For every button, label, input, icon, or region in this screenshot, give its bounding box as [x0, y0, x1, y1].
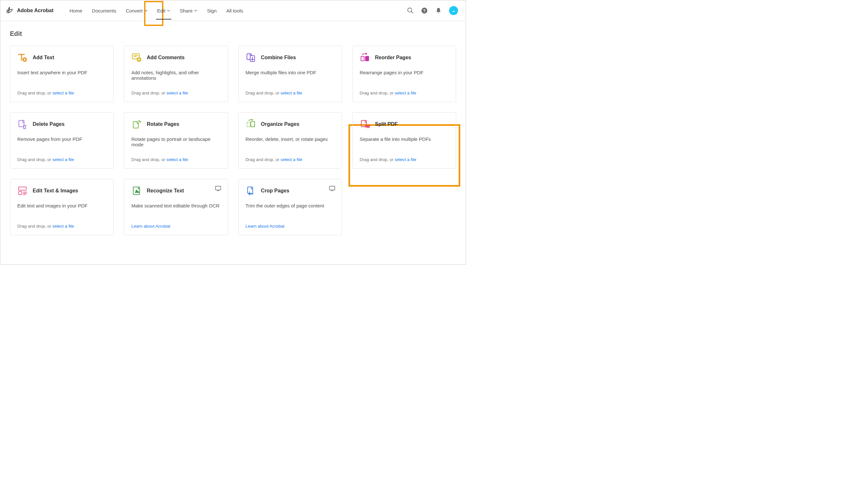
organize-pages-icon — [246, 119, 256, 129]
select-file-link[interactable]: select a file — [395, 157, 416, 162]
svg-point-0 — [408, 8, 412, 12]
card-desc: Trim the outer edges of page content — [246, 203, 335, 218]
card-title: Reorder Pages — [375, 55, 411, 61]
svg-rect-12 — [247, 122, 250, 127]
app-header: Adobe Acrobat Home Documents Convert Edi… — [0, 0, 466, 21]
svg-rect-19 — [215, 186, 221, 190]
card-title: Edit Text & Images — [33, 188, 78, 194]
card-desc: Edit text and images in your PDF — [17, 203, 106, 218]
card-split-pdf[interactable]: Split PDF Separate a file into multiple … — [352, 112, 456, 169]
svg-rect-11 — [133, 122, 139, 128]
nav-label: Share — [180, 8, 192, 14]
chevron-down-icon — [167, 9, 170, 12]
learn-link[interactable]: Learn about Acrobat — [131, 224, 170, 229]
svg-rect-9 — [365, 56, 369, 61]
nav-home[interactable]: Home — [66, 0, 86, 21]
svg-rect-24 — [248, 187, 253, 193]
split-pdf-icon — [360, 119, 370, 129]
page-title: Edit — [10, 30, 456, 38]
search-icon[interactable] — [407, 7, 414, 14]
desktop-icon — [215, 186, 221, 191]
card-add-text[interactable]: Add Text Insert text anywhere in your PD… — [10, 46, 114, 102]
select-file-link[interactable]: select a file — [280, 91, 302, 95]
learn-link[interactable]: Learn about Acrobat — [246, 224, 285, 229]
card-title: Rotate Pages — [147, 121, 179, 127]
card-title: Organize Pages — [261, 121, 299, 127]
select-file-link[interactable]: select a file — [52, 157, 74, 162]
tools-grid: Add Text Insert text anywhere in your PD… — [10, 46, 456, 235]
card-title: Add Text — [33, 55, 54, 61]
acrobat-logo-icon — [5, 6, 14, 15]
card-desc: Reorder, delete, insert, or rotate pages — [246, 136, 335, 151]
card-combine-files[interactable]: Combine Files Merge multiple files into … — [238, 46, 342, 102]
select-file-link[interactable]: select a file — [52, 91, 74, 95]
svg-rect-23 — [329, 186, 335, 190]
card-desc: Separate a file into multiple PDFs — [360, 136, 449, 151]
help-icon[interactable]: ? — [421, 7, 428, 14]
card-reorder-pages[interactable]: Reorder Pages Rearrange pages in your PD… — [352, 46, 456, 102]
chevron-down-icon — [194, 9, 197, 12]
card-add-comments[interactable]: Add Comments Add notes, highlights, and … — [124, 46, 228, 102]
card-desc: Merge multiple files into one PDF — [246, 70, 335, 85]
card-footer: Drag and drop, or select a file — [246, 91, 335, 95]
add-comments-icon — [131, 52, 142, 63]
card-footer: Drag and drop, or select a file — [131, 157, 220, 162]
card-rotate-pages[interactable]: Rotate Pages Rotate pages to portrait or… — [124, 112, 228, 169]
card-footer: Drag and drop, or select a file — [360, 157, 449, 162]
chevron-down-icon — [145, 9, 148, 12]
card-desc: Insert text anywhere in your PDF — [17, 70, 106, 85]
nav-label: Convert — [126, 8, 143, 14]
nav-all-tools[interactable]: All tools — [222, 0, 247, 21]
header-actions: ? — [407, 6, 458, 15]
card-desc: Make scanned text editable through OCR — [131, 203, 220, 218]
card-delete-pages[interactable]: Delete Pages Remove pages from your PDF … — [10, 112, 114, 169]
nav-documents[interactable]: Documents — [88, 0, 120, 21]
add-text-icon — [17, 52, 27, 63]
card-title: Recognize Text — [147, 188, 184, 194]
card-organize-pages[interactable]: Organize Pages Reorder, delete, insert, … — [238, 112, 342, 169]
nav-label: Edit — [157, 8, 166, 14]
card-footer: Drag and drop, or select a file — [131, 91, 220, 95]
rotate-pages-icon — [131, 119, 142, 129]
crop-pages-icon — [246, 186, 256, 196]
nav-label: Sign — [207, 8, 216, 14]
card-crop-pages[interactable]: Crop Pages Trim the outer edges of page … — [238, 179, 342, 235]
edit-text-images-icon — [17, 186, 27, 196]
nav-label: Home — [69, 8, 82, 14]
combine-files-icon — [246, 52, 256, 63]
card-desc: Rotate pages to portrait or landscape mo… — [131, 136, 220, 151]
svg-rect-13 — [251, 122, 255, 127]
select-file-link[interactable]: select a file — [280, 157, 302, 162]
reorder-pages-icon — [360, 52, 370, 63]
brand-text: Adobe Acrobat — [17, 8, 54, 14]
svg-rect-18 — [19, 191, 22, 195]
card-edit-text-images[interactable]: Edit Text & Images Edit text and images … — [10, 179, 114, 235]
nav-label: All tools — [226, 8, 243, 14]
nav-convert[interactable]: Convert — [122, 0, 151, 21]
card-footer: Learn about Acrobat — [246, 224, 335, 229]
card-footer: Drag and drop, or select a file — [17, 91, 106, 95]
user-avatar[interactable] — [449, 6, 458, 15]
card-recognize-text[interactable]: AA Recognize Text Make scanned text edit… — [124, 179, 228, 235]
nav-sign[interactable]: Sign — [203, 0, 220, 21]
select-file-link[interactable]: select a file — [52, 224, 74, 229]
desktop-icon — [329, 186, 335, 191]
select-file-link[interactable]: select a file — [167, 91, 188, 95]
delete-pages-icon — [17, 119, 27, 129]
card-title: Crop Pages — [261, 188, 290, 194]
select-file-link[interactable]: select a file — [167, 157, 188, 162]
svg-rect-17 — [19, 187, 26, 190]
bell-icon[interactable] — [435, 7, 442, 14]
brand: Adobe Acrobat — [5, 6, 54, 15]
nav-share[interactable]: Share — [176, 0, 201, 21]
nav-edit[interactable]: Edit — [153, 0, 174, 21]
card-title: Add Comments — [147, 55, 185, 61]
card-desc: Remove pages from your PDF — [17, 136, 106, 151]
main-nav: Home Documents Convert Edit Share Sign A… — [66, 0, 247, 21]
card-footer: Drag and drop, or select a file — [246, 157, 335, 162]
svg-text:?: ? — [423, 8, 426, 13]
select-file-link[interactable]: select a file — [395, 91, 416, 95]
card-desc: Rearrange pages in your PDF — [360, 70, 449, 85]
card-title: Combine Files — [261, 55, 296, 61]
card-footer: Drag and drop, or select a file — [360, 91, 449, 95]
